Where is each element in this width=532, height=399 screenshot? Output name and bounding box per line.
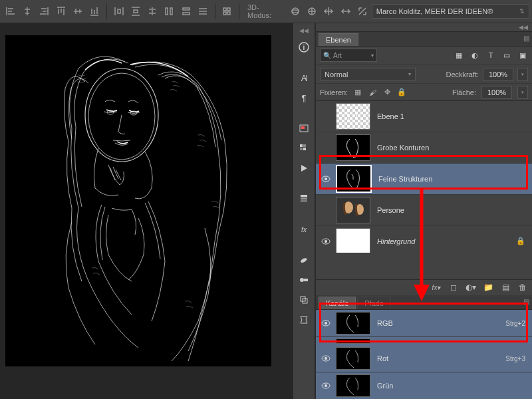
layers-footer: ⚯ fx▾ ◻ ◐▾ 📁 ▤ 🗑: [316, 279, 532, 295]
distribute-space-v-icon[interactable]: [178, 3, 194, 19]
visibility-toggle[interactable]: [321, 112, 331, 121]
layer-row-selected[interactable]: Feine Strukturen: [316, 164, 532, 195]
search-icon: 🔍: [323, 52, 331, 59]
align-middle-icon[interactable]: [70, 3, 85, 19]
visibility-toggle[interactable]: [321, 143, 331, 152]
layer-search-input[interactable]: 🔍 Art ▾: [320, 49, 377, 62]
paragraph-icon[interactable]: ¶: [296, 90, 312, 106]
layer-group-icon[interactable]: 📁: [483, 282, 493, 293]
svg-rect-49: [336, 375, 370, 396]
visibility-toggle[interactable]: [321, 205, 331, 215]
3d-roll-icon[interactable]: [305, 3, 320, 19]
collapse-arrow-icon[interactable]: ◀◀: [293, 27, 315, 35]
align-top-icon[interactable]: [53, 3, 68, 19]
layer-fx-icon[interactable]: fx▾: [431, 282, 442, 293]
layer-thumbnail[interactable]: [336, 165, 372, 193]
svg-point-48: [325, 384, 327, 387]
visibility-toggle[interactable]: [321, 354, 331, 363]
3d-orbit-icon[interactable]: [287, 3, 303, 19]
clone-source-icon[interactable]: [296, 292, 312, 308]
lock-transparency-icon[interactable]: ▦: [353, 88, 362, 97]
fill-value[interactable]: 100%: [481, 86, 512, 99]
tab-layers[interactable]: Ebenen: [319, 33, 358, 46]
filter-adjustment-icon[interactable]: ◐: [469, 50, 480, 61]
opacity-stepper[interactable]: ▾: [517, 68, 528, 81]
navigator-icon[interactable]: [296, 120, 312, 136]
visibility-toggle[interactable]: [321, 319, 331, 328]
lock-position-icon[interactable]: ✥: [382, 88, 392, 97]
canvas-area[interactable]: [0, 23, 293, 399]
visibility-toggle[interactable]: [321, 237, 331, 246]
layer-row[interactable]: Hintergrund 🔒: [316, 226, 532, 252]
fill-stepper[interactable]: ▾: [517, 86, 528, 99]
new-layer-icon[interactable]: ▤: [500, 282, 511, 293]
layer-thumbnail[interactable]: [336, 134, 370, 161]
channel-thumbnail[interactable]: [336, 312, 370, 334]
align-bottom-icon[interactable]: [87, 3, 102, 19]
svg-point-1: [292, 10, 299, 13]
layer-row[interactable]: Ebene 1: [316, 101, 532, 132]
layer-row[interactable]: Persone: [316, 195, 532, 226]
history-icon[interactable]: [296, 191, 312, 207]
adjustment-layer-icon[interactable]: ◐▾: [466, 282, 476, 293]
tool-presets-icon[interactable]: [296, 312, 312, 328]
brush-preset-icon[interactable]: [296, 252, 312, 268]
tab-paths[interactable]: Pfade: [357, 297, 391, 309]
lock-pixels-icon[interactable]: 🖌: [368, 88, 377, 97]
opacity-value[interactable]: 100%: [483, 68, 513, 81]
swatches-icon[interactable]: [296, 140, 312, 156]
lock-all-icon[interactable]: 🔒: [397, 88, 406, 97]
layer-name: Feine Strukturen: [378, 175, 528, 183]
filter-image-icon[interactable]: ▦: [454, 50, 464, 61]
svg-text:A: A: [301, 73, 307, 83]
svg-point-0: [292, 8, 299, 15]
workspace-dropdown[interactable]: Marco Kolditz, MEER DER IDEEN® ⇅: [372, 4, 529, 19]
tab-channels[interactable]: Kanäle: [319, 297, 356, 309]
channel-thumbnail[interactable]: [336, 374, 370, 397]
distribute-h-icon[interactable]: [111, 3, 126, 19]
distribute-v-icon[interactable]: [128, 3, 143, 19]
channel-row[interactable]: Grün: [316, 372, 532, 399]
align-left-icon[interactable]: [3, 3, 18, 19]
align-center-h-icon[interactable]: [19, 3, 35, 19]
distribute-edges-icon[interactable]: [195, 3, 210, 19]
svg-rect-17: [300, 148, 303, 150]
layer-thumbnail[interactable]: [336, 197, 370, 223]
3d-scale-icon[interactable]: [354, 3, 370, 19]
blend-mode-dropdown[interactable]: Normal▾: [320, 68, 416, 81]
layer-row[interactable]: Grobe Konturen: [316, 132, 532, 164]
character-icon[interactable]: A: [296, 70, 312, 86]
play-icon[interactable]: [296, 160, 312, 176]
visibility-toggle[interactable]: [321, 174, 331, 184]
link-layers-icon[interactable]: ⚯: [414, 282, 424, 293]
chevron-down-icon: ▾: [371, 53, 374, 59]
distribute-space-h-icon[interactable]: [162, 3, 177, 19]
layer-mask-icon[interactable]: ◻: [448, 282, 459, 293]
channel-row[interactable]: Rot Strg+3: [316, 345, 532, 372]
layer-thumbnail[interactable]: [336, 228, 370, 252]
document-canvas[interactable]: [5, 35, 271, 366]
channel-row-selected[interactable]: RGB Strg+2: [316, 310, 532, 337]
3d-pan-icon[interactable]: [321, 3, 336, 19]
3d-slide-icon[interactable]: [338, 3, 353, 19]
layers-tab-row: Ebenen ▤: [316, 32, 532, 47]
layer-thumbnail[interactable]: [336, 103, 370, 130]
svg-rect-19: [301, 195, 307, 197]
panel-menu-icon[interactable]: ▤: [523, 298, 529, 305]
auto-align-icon[interactable]: [219, 3, 235, 19]
filter-type-icon[interactable]: T: [485, 50, 496, 61]
panel-collapse-icon[interactable]: ◀◀: [316, 23, 532, 32]
filter-smart-icon[interactable]: ▣: [517, 50, 528, 61]
filter-shape-icon[interactable]: ▭: [501, 50, 512, 61]
delete-layer-icon[interactable]: 🗑: [517, 282, 528, 293]
info-icon[interactable]: i: [296, 39, 312, 55]
panel-menu-icon[interactable]: ▤: [523, 35, 529, 42]
brush-settings-icon[interactable]: [296, 272, 312, 288]
svg-point-23: [300, 278, 304, 282]
align-right-icon[interactable]: [37, 3, 52, 19]
styles-fx-icon[interactable]: fx: [296, 221, 312, 237]
visibility-toggle[interactable]: [321, 381, 331, 390]
channel-thumbnail[interactable]: [336, 347, 370, 370]
svg-rect-43: [336, 313, 370, 334]
distribute-center-icon[interactable]: [144, 3, 160, 19]
